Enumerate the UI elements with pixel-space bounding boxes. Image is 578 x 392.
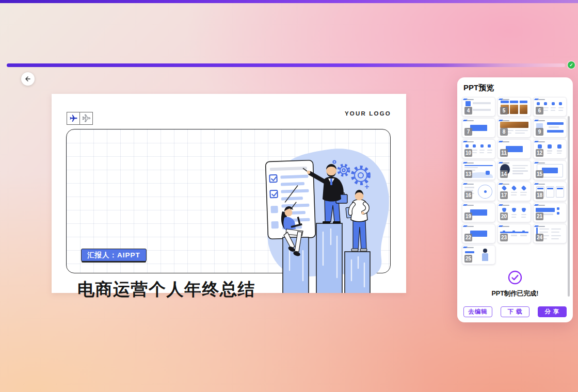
slide-thumbnail[interactable]: 16 bbox=[462, 182, 495, 201]
slide-thumbnail[interactable]: 18 bbox=[533, 182, 567, 201]
done-section: PPT制作已完成! bbox=[457, 270, 573, 298]
slide-thumbnail[interactable]: 13 bbox=[462, 160, 495, 180]
panel-title: PPT预览 bbox=[463, 83, 494, 93]
thumbnail-number: 10 bbox=[464, 149, 472, 157]
slide-thumbnail[interactable]: 15 bbox=[533, 160, 567, 180]
progress-bar bbox=[7, 63, 565, 67]
slide-thumbnail[interactable]: 7 bbox=[462, 118, 495, 138]
slide-thumbnail[interactable]: 23 bbox=[497, 224, 531, 243]
slide-logo-planes bbox=[67, 112, 93, 125]
thumbnail-number: 22 bbox=[464, 234, 472, 241]
thumbnail-number: 16 bbox=[464, 191, 472, 199]
check-circle-icon bbox=[508, 270, 522, 285]
slide-thumbnail[interactable]: 10 bbox=[462, 139, 495, 159]
edit-button[interactable]: 去编辑 bbox=[463, 306, 492, 317]
slide-thumbnail[interactable]: 14 bbox=[497, 160, 531, 180]
slide-preview-canvas: YOUR LOGO 电商运营个人年终总结 汇报人：AIPPT bbox=[52, 94, 406, 293]
slide-thumbnail[interactable]: 21 bbox=[533, 203, 567, 222]
progress-complete-icon: ✓ bbox=[568, 61, 575, 69]
panel-buttons: 去编辑下 载分 享 bbox=[463, 306, 567, 317]
thumbnail-number: 12 bbox=[536, 149, 543, 157]
top-accent-bar bbox=[0, 0, 578, 3]
thumbnail-number: 17 bbox=[500, 191, 508, 199]
slide-thumbnail[interactable]: 19 bbox=[462, 203, 495, 222]
arrow-left-icon bbox=[24, 75, 31, 83]
slide-thumbnail[interactable]: 5 bbox=[497, 97, 531, 117]
slide-thumbnail[interactable]: 8 bbox=[497, 118, 531, 138]
plane-gray-icon bbox=[79, 112, 93, 125]
thumbnail-number: 8 bbox=[500, 128, 508, 136]
slide-thumbnail[interactable]: 17 bbox=[497, 182, 531, 201]
slide-thumbnail[interactable]: 4 bbox=[462, 97, 495, 117]
slide-illustration bbox=[255, 145, 395, 293]
thumbnail-number: 24 bbox=[536, 234, 543, 241]
thumbnail-number: 4 bbox=[464, 107, 472, 115]
slide-thumbnail[interactable]: 6 bbox=[533, 97, 567, 117]
slide-thumbnail[interactable]: 25 bbox=[462, 245, 495, 265]
thumbnail-number: 18 bbox=[536, 191, 543, 199]
thumbnail-number: 11 bbox=[500, 149, 508, 157]
thumbnail-number: 9 bbox=[536, 128, 543, 136]
thumbnail-number: 5 bbox=[500, 107, 508, 115]
thumbnail-grid: 45678910111213141516171819202122232425 bbox=[462, 97, 567, 265]
slide-thumbnail[interactable]: 9 bbox=[533, 118, 567, 138]
reporter-badge: 汇报人：AIPPT bbox=[81, 249, 147, 262]
download-button[interactable]: 下 载 bbox=[501, 306, 529, 317]
your-logo-text: YOUR LOGO bbox=[345, 110, 391, 117]
thumbnail-number: 6 bbox=[536, 107, 543, 115]
thumbnail-number: 20 bbox=[500, 213, 508, 220]
plane-blue-icon bbox=[67, 112, 80, 125]
slide-thumbnail[interactable]: 11 bbox=[497, 139, 531, 159]
thumbnail-number: 23 bbox=[500, 234, 508, 241]
slide-thumbnail[interactable]: 20 bbox=[497, 203, 531, 222]
thumbnail-number: 19 bbox=[464, 213, 472, 220]
slide-title: 电商运营个人年终总结 bbox=[77, 278, 255, 301]
slide-thumbnail[interactable]: 12 bbox=[533, 139, 567, 159]
done-message: PPT制作已完成! bbox=[457, 289, 573, 298]
back-button[interactable] bbox=[21, 72, 35, 86]
thumbnail-number: 25 bbox=[464, 255, 472, 263]
thumbnail-number: 21 bbox=[536, 213, 543, 220]
thumbnail-number: 15 bbox=[536, 170, 543, 178]
panel-scrollbar[interactable] bbox=[568, 116, 570, 297]
thumbnail-number: 7 bbox=[464, 128, 472, 136]
thumbnail-number: 14 bbox=[500, 170, 508, 178]
thumbnail-number: 13 bbox=[464, 170, 472, 178]
share-button[interactable]: 分 享 bbox=[538, 306, 567, 317]
slide-thumbnail[interactable]: 22 bbox=[462, 224, 495, 243]
ppt-preview-panel: PPT预览 4567891011121314151617181920212223… bbox=[457, 77, 573, 322]
slide-thumbnail[interactable]: 24 bbox=[533, 224, 567, 243]
